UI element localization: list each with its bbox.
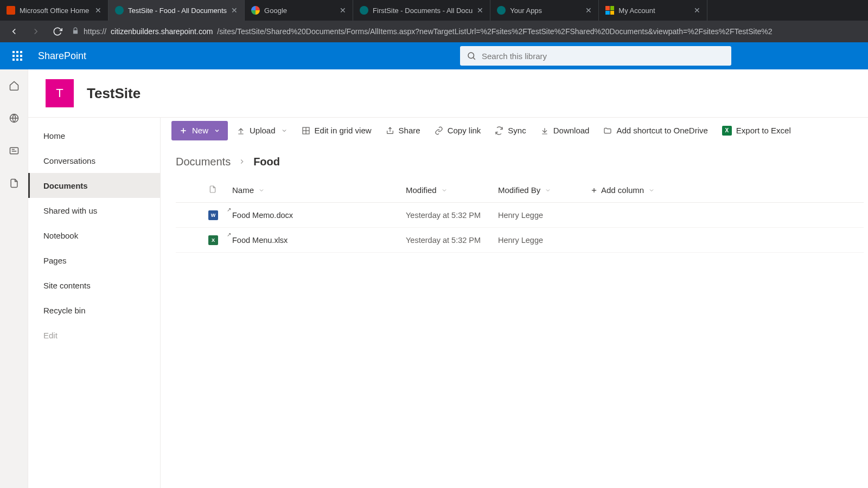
tab-close-icon[interactable]: ✕ <box>585 6 592 15</box>
left-navigation: HomeConversationsDocumentsShared with us… <box>28 118 161 488</box>
url-host: citizenbuilders.sharepoint.com <box>111 27 213 36</box>
search-box[interactable] <box>460 46 731 66</box>
download-icon <box>540 126 549 135</box>
browser-tab[interactable]: FirstSite - Documents - All Docu✕ <box>353 0 490 21</box>
tab-close-icon[interactable]: ✕ <box>231 6 238 15</box>
column-name[interactable]: Name <box>232 185 406 195</box>
tab-favicon <box>360 6 368 15</box>
browser-tab-strip: Microsoft Office Home✕TestSite - Food - … <box>0 0 868 21</box>
suite-bar: SharePoint <box>0 42 868 69</box>
lock-icon <box>72 27 79 36</box>
column-modified-by[interactable]: Modified By <box>498 185 590 195</box>
file-name-cell[interactable]: ↗ Food Memo.docx <box>232 211 406 220</box>
search-input[interactable] <box>482 52 725 61</box>
share-icon <box>386 126 394 135</box>
file-type-column-icon[interactable] <box>208 185 232 195</box>
browser-tab[interactable]: TestSite - Food - All Documents✕ <box>108 0 245 21</box>
browser-tab[interactable]: Google✕ <box>245 0 353 21</box>
waffle-icon <box>12 51 22 61</box>
tab-title: Microsoft Office Home <box>20 7 91 15</box>
leftnav-item[interactable]: Conversations <box>28 148 160 173</box>
leftnav-item[interactable]: Notebook <box>28 223 160 248</box>
edit-grid-button[interactable]: Edit in grid view <box>296 121 377 140</box>
modified-by-cell: Henry Legge <box>498 211 590 220</box>
tab-favicon <box>497 6 506 15</box>
leftnav-item[interactable]: Documents <box>28 173 160 198</box>
sync-icon <box>495 126 503 135</box>
file-name-cell[interactable]: ↗ Food Menu.xlsx <box>232 236 406 245</box>
chevron-down-icon <box>281 127 288 134</box>
site-title[interactable]: TestSite <box>87 85 141 102</box>
new-button[interactable]: New <box>171 121 228 140</box>
folder-shortcut-icon <box>603 126 612 135</box>
list-header: Name Modified Modified By <box>176 178 864 203</box>
rail-news-icon[interactable] <box>5 142 23 159</box>
url-path: /sites/TestSite/Shared%20Documents/Forms… <box>217 27 772 36</box>
global-nav-rail <box>0 69 28 488</box>
tab-favicon <box>115 6 124 15</box>
chevron-down-icon <box>258 187 265 194</box>
breadcrumb: Documents Food <box>161 144 868 178</box>
leftnav-item[interactable]: Pages <box>28 248 160 273</box>
app-launcher-button[interactable] <box>7 45 28 67</box>
leftnav-item[interactable]: Recycle bin <box>28 298 160 323</box>
add-column-button[interactable]: Add column <box>590 185 699 195</box>
site-header: T TestSite <box>28 69 868 117</box>
rail-files-icon[interactable] <box>5 175 23 192</box>
reload-button[interactable] <box>50 24 65 39</box>
plus-icon <box>590 187 598 194</box>
tab-favicon <box>605 6 614 15</box>
tab-favicon <box>7 6 15 15</box>
chevron-down-icon <box>545 187 551 194</box>
svg-point-0 <box>468 53 474 59</box>
brand-label[interactable]: SharePoint <box>38 50 86 62</box>
grid-icon <box>302 126 310 135</box>
svg-rect-3 <box>10 147 18 154</box>
tab-close-icon[interactable]: ✕ <box>694 6 700 15</box>
tab-title: Google <box>264 7 335 15</box>
browser-tab[interactable]: My Account✕ <box>599 0 707 21</box>
add-shortcut-button[interactable]: Add shortcut to OneDrive <box>598 121 713 140</box>
chevron-down-icon <box>441 187 448 194</box>
command-bar: New Upload Edit in grid view Shar <box>161 118 868 144</box>
modified-cell: Yesterday at 5:32 PM <box>406 236 498 245</box>
leftnav-item[interactable]: Home <box>28 123 160 148</box>
tab-close-icon[interactable]: ✕ <box>95 6 101 15</box>
upload-icon <box>237 126 245 135</box>
browser-address-bar: https://citizenbuilders.sharepoint.com/s… <box>0 21 868 42</box>
excel-icon: X <box>722 126 732 136</box>
modified-by-cell: Henry Legge <box>498 236 590 245</box>
breadcrumb-current: Food <box>253 156 280 168</box>
search-icon <box>467 51 476 61</box>
rail-home-icon[interactable] <box>5 77 23 94</box>
url-display[interactable]: https://citizenbuilders.sharepoint.com/s… <box>72 27 861 36</box>
plus-icon <box>179 126 188 135</box>
back-button[interactable] <box>7 24 22 39</box>
forward-button[interactable] <box>28 24 43 39</box>
column-modified[interactable]: Modified <box>406 185 498 195</box>
link-icon <box>435 126 443 135</box>
share-button[interactable]: Share <box>380 121 426 140</box>
tab-close-icon[interactable]: ✕ <box>340 6 346 15</box>
browser-tab[interactable]: Microsoft Office Home✕ <box>0 0 108 21</box>
leftnav-edit[interactable]: Edit <box>28 323 160 348</box>
document-list: Name Modified Modified By <box>161 178 868 253</box>
modified-cell: Yesterday at 5:32 PM <box>406 211 498 220</box>
leftnav-item[interactable]: Shared with us <box>28 198 160 223</box>
browser-tab[interactable]: Your Apps✕ <box>490 0 599 21</box>
download-button[interactable]: Download <box>535 121 595 140</box>
svg-line-1 <box>473 57 475 59</box>
upload-button[interactable]: Upload <box>231 121 293 140</box>
list-row[interactable]: W ↗ Food Memo.docx Yesterday at 5:32 PM … <box>176 203 864 228</box>
tab-close-icon[interactable]: ✕ <box>477 6 483 15</box>
list-row[interactable]: X ↗ Food Menu.xlsx Yesterday at 5:32 PM … <box>176 228 864 253</box>
file-name: Food Menu.xlsx <box>232 236 288 245</box>
site-logo[interactable]: T <box>46 79 74 107</box>
breadcrumb-root[interactable]: Documents <box>176 156 231 168</box>
leftnav-item[interactable]: Site contents <box>28 273 160 298</box>
tab-title: TestSite - Food - All Documents <box>128 7 227 15</box>
copy-link-button[interactable]: Copy link <box>429 121 487 140</box>
rail-globe-icon[interactable] <box>5 110 23 127</box>
sync-button[interactable]: Sync <box>489 121 531 140</box>
export-excel-button[interactable]: X Export to Excel <box>717 121 796 140</box>
